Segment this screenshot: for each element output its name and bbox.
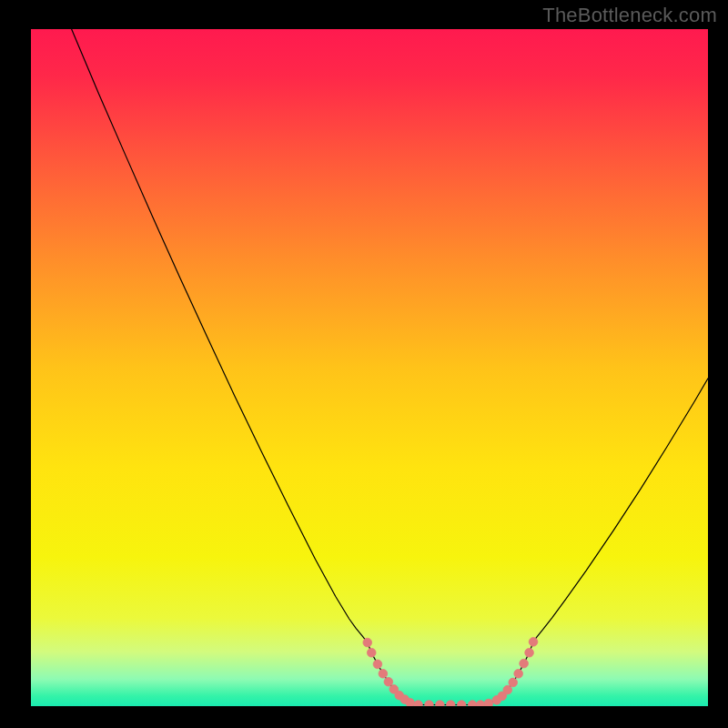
entry-dot	[503, 685, 512, 694]
entry-dot	[363, 638, 372, 647]
entry-dot	[425, 701, 434, 706]
watermark-label: TheBottleneck.com	[542, 4, 717, 27]
gradient-background	[31, 29, 708, 706]
entry-dot	[514, 669, 523, 678]
entry-dot	[525, 648, 534, 657]
entry-dot	[529, 637, 538, 646]
entry-dot	[379, 669, 388, 678]
entry-dot	[373, 660, 382, 669]
entry-dot	[509, 678, 518, 687]
bottleneck-chart-svg	[31, 29, 708, 706]
entry-dot	[484, 699, 493, 706]
chart-area	[31, 29, 708, 706]
entry-dot	[520, 659, 529, 668]
entry-dot	[384, 677, 393, 686]
entry-dot	[436, 701, 445, 706]
entry-dot	[457, 701, 466, 706]
entry-dot	[406, 698, 415, 706]
entry-dot	[367, 648, 376, 657]
entry-dot	[446, 701, 455, 706]
entry-dot	[476, 701, 485, 706]
entry-dot	[414, 701, 423, 706]
entry-dot	[468, 701, 477, 706]
